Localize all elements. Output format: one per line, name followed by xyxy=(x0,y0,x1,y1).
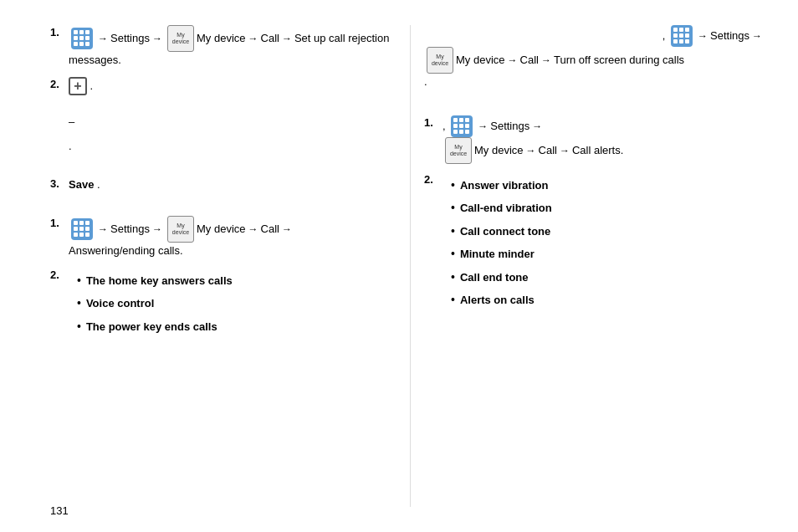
my-device-label: My device xyxy=(197,30,246,47)
nav-path: → Settings → Mydevice My device → Call →… xyxy=(69,25,391,52)
list-item: • Voice control xyxy=(77,295,391,312)
bullet-dot: • xyxy=(451,223,455,240)
bullet-dot: • xyxy=(77,273,81,289)
answering-step2-number: 2. xyxy=(50,268,69,281)
list-item: • Minute minder xyxy=(451,246,765,263)
screen-my-device: My device xyxy=(456,52,505,69)
screen-nav-path: , → Settings → xyxy=(424,25,765,47)
bullet-dot: • xyxy=(77,295,81,312)
alerts-step2-number: 2. xyxy=(424,172,442,186)
section-answering-calls: 1. → Sett xyxy=(50,216,391,341)
answering-ending-label: Answering/ending calls. xyxy=(69,243,183,259)
alerts-step2: 2. • Answer vibration • Call-end vibrati… xyxy=(424,172,765,316)
bullet-dot: • xyxy=(451,246,455,263)
step-2-number: 2. xyxy=(50,77,69,90)
section-rejection-messages: 1. → Sett xyxy=(50,25,391,192)
answering-arrow-4: → xyxy=(282,222,292,237)
bullet-text: The home key answers calls xyxy=(86,273,233,289)
screen-call-label: Call xyxy=(520,52,539,69)
set-up-rejection-label: Set up call rejection xyxy=(294,30,389,47)
bullet-text: Call-end vibration xyxy=(460,200,552,217)
alerts-arrow-2: → xyxy=(532,119,542,134)
bullet-dot: • xyxy=(77,319,81,335)
right-column: , → Settings → xyxy=(407,25,765,515)
bullet-text: Answer vibration xyxy=(460,177,548,194)
comma-screen: , xyxy=(662,28,668,44)
rejection-dot-line: . xyxy=(69,138,391,155)
step-2-trailing: . xyxy=(87,78,93,95)
list-item: • Alerts on calls xyxy=(451,292,765,309)
settings-label: Settings xyxy=(110,30,150,47)
answering-arrow-3: → xyxy=(248,222,258,237)
alerts-step2-content: • Answer vibration • Call-end vibration … xyxy=(442,172,765,316)
answering-step1-content: → Settings → Mydevice My device → Call →… xyxy=(69,216,391,259)
step-number: 1. xyxy=(50,25,69,38)
device-icon-alerts: Mydevice xyxy=(442,137,474,164)
screen-step1-content: , → Settings → xyxy=(424,25,765,90)
column-divider xyxy=(410,25,411,507)
alerts-step1-number: 1. xyxy=(424,115,442,129)
step-2-content: + . xyxy=(69,77,391,95)
bullet-dot: • xyxy=(451,200,455,217)
answering-step1-number: 1. xyxy=(50,216,69,229)
list-item: • The home key answers calls xyxy=(77,273,391,289)
alerts-arrow-1: → xyxy=(478,119,488,134)
step-3-number: 3. xyxy=(50,176,69,190)
rejection-middle-text: – . xyxy=(69,104,391,163)
grid-icon-alerts xyxy=(448,115,475,137)
rejection-dash-line: – xyxy=(69,114,391,130)
alerts-step1-content: , → Settings → xyxy=(442,115,765,164)
answering-nav-path: → Settings → Mydevice My device → Call →… xyxy=(69,216,391,259)
step-2-answering: 2. • The home key answers calls • Voice … xyxy=(50,268,391,342)
screen-trailing-dot: . xyxy=(424,74,765,90)
call-label: Call xyxy=(261,30,279,47)
screen-step1: , → Settings → xyxy=(424,25,765,90)
section-call-alerts: 1. , → xyxy=(424,115,765,316)
alerts-arrow-3: → xyxy=(526,143,536,158)
page-number: 131 xyxy=(50,504,69,517)
left-column: 1. → Sett xyxy=(50,25,407,515)
alerts-my-device: My device xyxy=(474,142,524,159)
screen-arrow-2: → xyxy=(752,28,762,43)
bullet-text: Call connect tone xyxy=(460,223,550,240)
step-3-trailing: . xyxy=(94,176,100,193)
answering-bullet-list: • The home key answers calls • Voice con… xyxy=(77,273,391,335)
screen-arrow-1: → xyxy=(698,28,708,43)
list-item: • Answer vibration xyxy=(451,177,765,194)
answering-arrow-2: → xyxy=(152,222,162,237)
alerts-nav-path-2: Mydevice My device → Call → Call alerts. xyxy=(442,137,765,164)
step-1-answering: 1. → Sett xyxy=(50,216,391,259)
step-1-rejection: 1. → Sett xyxy=(50,25,391,69)
step-3-rejection: 3. Save . xyxy=(50,176,391,193)
answering-arrow-1: → xyxy=(98,222,108,237)
step-2-rejection: 2. + . xyxy=(50,77,391,95)
screen-arrow-4: → xyxy=(541,53,551,68)
list-item: • Call-end vibration xyxy=(451,200,765,217)
call-alerts-label: Call alerts. xyxy=(572,142,623,159)
answering-settings-label: Settings xyxy=(110,221,150,238)
plus-icon: + xyxy=(69,77,87,95)
rejection-messages-label: messages. xyxy=(69,52,391,69)
comma-alerts: , xyxy=(442,118,448,135)
bullet-text: Minute minder xyxy=(460,246,535,263)
arrow-1: → xyxy=(98,31,108,46)
step-2-line: + . xyxy=(69,77,391,95)
screen-settings-label: Settings xyxy=(710,28,749,44)
step-content: → Settings → Mydevice My device → Call →… xyxy=(69,25,391,69)
screen-nav-path-2: Mydevice My device → Call → Turn off scr… xyxy=(424,47,765,74)
device-icon-screen: Mydevice xyxy=(424,47,456,74)
alerts-arrow-4: → xyxy=(560,143,570,158)
bullet-dot: • xyxy=(451,269,455,286)
alerts-bullet-list: • Answer vibration • Call-end vibration … xyxy=(451,177,765,309)
bullet-text: The power key ends calls xyxy=(86,319,217,335)
arrow-4: → xyxy=(282,31,292,46)
list-item: • Call connect tone xyxy=(451,223,765,240)
device-icon-answering: Mydevice xyxy=(165,216,197,243)
answering-my-device: My device xyxy=(197,221,246,238)
bullet-text: Voice control xyxy=(86,295,154,312)
list-item: • Call end tone xyxy=(451,269,765,286)
alerts-settings-label: Settings xyxy=(490,118,529,135)
arrow-3: → xyxy=(248,31,258,46)
step-3-line: Save . xyxy=(69,176,391,193)
save-label: Save xyxy=(69,176,94,193)
